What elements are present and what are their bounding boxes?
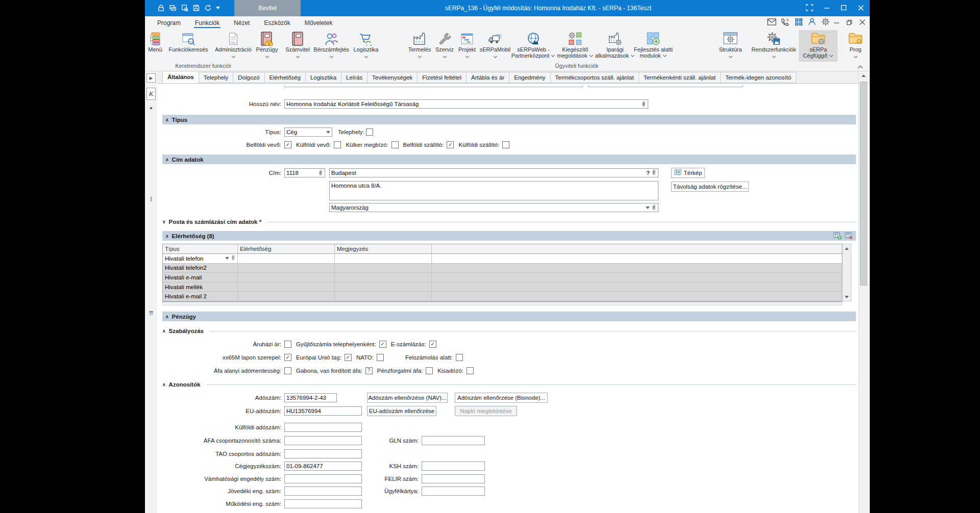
column-header[interactable]: Megjegyzés <box>335 244 432 254</box>
ribbon-button-prog[interactable]: Prog <box>839 30 870 62</box>
gabona-checkbox[interactable]: ? <box>365 367 373 374</box>
eszamlazas-checkbox[interactable]: ✓ <box>429 341 436 348</box>
table-row[interactable]: Hivatali telefon <box>163 254 842 264</box>
street-field[interactable] <box>329 181 658 200</box>
mdi-minimize-icon[interactable] <box>834 18 840 28</box>
save-icon[interactable] <box>192 4 200 12</box>
felir-input[interactable] <box>424 476 483 482</box>
distance-data-button[interactable]: Távolság adatok rögzítése... <box>671 182 749 192</box>
lock-icon[interactable] <box>157 4 165 12</box>
mail-icon[interactable] <box>767 18 776 28</box>
fullscreen-icon[interactable] <box>805 4 814 14</box>
column-header[interactable] <box>432 244 842 254</box>
paperclip-icon[interactable] <box>231 254 235 262</box>
mdi-close-icon[interactable] <box>859 18 866 28</box>
table-row[interactable]: Hivatali mellék <box>163 283 842 292</box>
scrollbar-thumb[interactable] <box>860 82 867 286</box>
ugyfelkartya-input[interactable] <box>424 488 483 494</box>
table-row[interactable]: Hivatali telefon2 <box>163 264 842 273</box>
adoszam-input[interactable] <box>286 395 335 401</box>
city-field[interactable]: ? <box>329 168 658 177</box>
tab-telephely[interactable]: Telephely <box>199 72 234 83</box>
minimize-icon[interactable] <box>823 4 830 13</box>
gln-input[interactable] <box>424 438 483 444</box>
ksh-field[interactable] <box>422 461 485 471</box>
tab-termek-idegen[interactable]: Termék-idegen azonosító <box>720 72 796 83</box>
ksh-input[interactable] <box>424 463 483 469</box>
user-icon[interactable] <box>808 18 816 28</box>
naplo-button[interactable]: Napló megtekintése <box>455 406 517 416</box>
main-scrollbar[interactable] <box>859 71 868 513</box>
ribbon-button-struktura[interactable]: Struktúra <box>709 30 752 62</box>
help-hint[interactable]: ? <box>646 170 650 176</box>
table-scrollbar[interactable] <box>842 244 851 301</box>
menu-eszkozok[interactable]: Eszközök <box>257 16 297 30</box>
tab-altalanos[interactable]: Általános <box>162 71 199 83</box>
eu-adoszam-input[interactable] <box>286 408 360 414</box>
eu-tag-checkbox[interactable]: ✓ <box>345 354 352 361</box>
panel-k-button[interactable]: K <box>146 88 156 100</box>
section-tipus[interactable]: ∧ Típus <box>162 115 856 124</box>
table-row[interactable]: Hivatali e-mail 2 <box>163 292 842 301</box>
gear-icon[interactable] <box>821 17 830 28</box>
phone-icon[interactable] <box>781 18 790 28</box>
tab-leiras[interactable]: Leírás <box>341 72 368 83</box>
map-button[interactable]: Térkép <box>671 168 705 178</box>
tab-tevekenysegek[interactable]: Tevékenységek <box>367 72 418 83</box>
mdi-restore-icon[interactable] <box>846 18 852 28</box>
city-input[interactable] <box>331 170 645 176</box>
gyujtoszamla-checkbox[interactable]: ✓ <box>379 341 386 348</box>
xx65m-checkbox[interactable]: ✓ <box>284 354 291 361</box>
long-name-input[interactable] <box>286 101 640 107</box>
column-header[interactable]: Típus <box>163 244 238 254</box>
afa-alanyi-checkbox[interactable] <box>284 367 291 374</box>
table-delete-row-icon[interactable] <box>845 232 853 241</box>
tao-input[interactable] <box>286 451 360 457</box>
kulfoldi-adoszam-input[interactable] <box>286 424 360 430</box>
calculator-grid-icon[interactable] <box>795 18 803 28</box>
scroll-down-icon[interactable] <box>845 296 849 298</box>
adoszam-field[interactable] <box>284 393 337 402</box>
table-hscrollbar[interactable] <box>162 302 842 305</box>
country-combo[interactable]: Magyarország <box>329 203 658 212</box>
adoszam-bisnode-button[interactable]: Adószám ellenőrzése (Bisnode)... <box>455 393 548 403</box>
belfoldi-vevo-checkbox[interactable]: ✓ <box>284 141 291 148</box>
adoszam-nav-button[interactable]: Adószám ellenőrzése (NAV)... <box>367 393 448 403</box>
kulfoldi-vevo-checkbox[interactable] <box>334 141 341 148</box>
close-icon[interactable] <box>857 4 865 14</box>
ugyfelkartya-field[interactable] <box>422 486 485 496</box>
tab-logisztika[interactable]: Logisztika <box>305 72 341 83</box>
street-input[interactable] <box>331 183 656 189</box>
panel-up-arrow-icon[interactable]: ▲ <box>146 105 156 110</box>
maximize-icon[interactable] <box>840 4 847 13</box>
felszamolas-checkbox[interactable] <box>456 354 463 361</box>
ribbon-button-rendszerfunkciok[interactable]: Rendszerfunkciók <box>747 30 800 62</box>
qat-dropdown-icon[interactable] <box>216 7 220 9</box>
ribbon-button-serpaweb[interactable]: sERPaWeb - Partnerközpont <box>508 30 559 62</box>
paperclip-icon[interactable] <box>318 169 323 176</box>
paperclip-icon[interactable] <box>641 100 646 108</box>
zip-field[interactable] <box>284 168 325 177</box>
mukodesi-field[interactable] <box>284 499 362 508</box>
panel-marker-icon[interactable]: Ī <box>146 196 156 202</box>
tab-termekcsoportos[interactable]: Termékcsoportos száll. ajánlat <box>550 72 639 83</box>
tipus-combo[interactable]: Cég <box>284 127 332 137</box>
tao-field[interactable] <box>284 449 362 458</box>
section-posta[interactable]: ∨ Posta és számlázási cím adatok * <box>162 218 856 226</box>
ribbon-button-funkciokereses[interactable]: Funkciókeresés <box>164 30 213 62</box>
section-elerhetoseg[interactable]: ∧ Elérhetőség (8) <box>162 231 856 241</box>
tab-dolgozo[interactable]: Dolgozó <box>233 72 264 83</box>
table-row[interactable]: Hivatali e-mail <box>163 273 842 283</box>
document-tab-bevitel[interactable]: Bevitel <box>234 0 301 16</box>
ribbon-button-serpa-cegfuggo[interactable]: sERPa Cégfüggő <box>799 30 838 62</box>
aruhazi-ar-checkbox[interactable] <box>284 341 291 348</box>
eu-adoszam-field[interactable] <box>284 406 362 416</box>
refresh-icon[interactable] <box>204 4 212 12</box>
panel-double-arrow-icon[interactable]: ⇈ <box>146 310 156 317</box>
column-header[interactable]: Elérhetőség <box>238 244 335 254</box>
tab-engedmeny[interactable]: Engedmény <box>509 72 550 83</box>
eu-adoszam-check-button[interactable]: EU-adószám ellenőrzése <box>367 406 436 416</box>
tab-scroll-left-button[interactable]: ▶ <box>146 73 156 83</box>
kulker-megbizo-checkbox[interactable] <box>391 141 399 148</box>
tab-termekenkenti[interactable]: Termékenkénti száll. ajánlat <box>639 72 721 83</box>
